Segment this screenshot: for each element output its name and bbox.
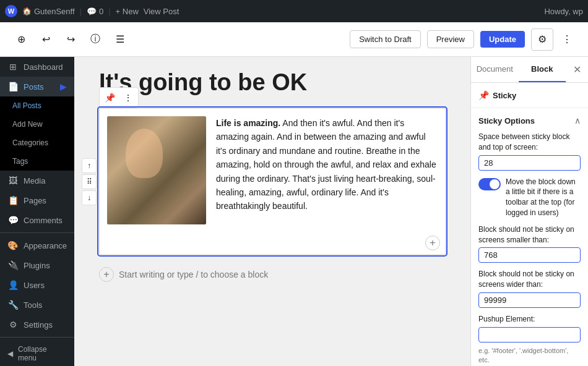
toolbar-toggle[interactable]: [478, 178, 501, 190]
users-icon: 👤: [7, 280, 19, 290]
media-text-block: Life is amazing. And then it's awful. An…: [99, 108, 446, 255]
small-screen-input[interactable]: [478, 247, 581, 263]
large-screen-label: Block should not be sticky on screens wi…: [478, 269, 581, 290]
small-screen-label: Block should not be sticky on screens sm…: [478, 224, 581, 245]
redo-button[interactable]: ↪: [59, 28, 82, 51]
sticky-block-button[interactable]: 📌: [101, 89, 118, 106]
block-move-handles: ↑ ⠿ ↓: [82, 158, 97, 205]
block-toolbar: 📌 ⋮: [99, 87, 139, 108]
info-button[interactable]: ⓘ: [84, 28, 106, 51]
block-more-button[interactable]: ⋮: [119, 89, 137, 106]
list-icon: ☰: [116, 33, 124, 45]
sidebar-item-appearance[interactable]: 🎨 Appearance: [0, 236, 74, 255]
toggle-label-text: Move the block down a little bit if ther…: [506, 177, 581, 218]
move-up-button[interactable]: ↑: [82, 158, 97, 173]
settings-button[interactable]: ⚙: [531, 28, 553, 51]
gear-icon: ⚙: [538, 33, 547, 45]
sidebar-item-posts[interactable]: 📄 Posts ▶: [0, 77, 74, 96]
howdy-text: Howdy, wp: [544, 7, 583, 16]
update-button[interactable]: Update: [480, 31, 525, 48]
pages-icon: 📋: [7, 195, 19, 205]
posts-icon: 📄: [7, 82, 19, 92]
editor-toolbar: ⊕ ↩ ↪ ⓘ ☰ Switch to Draft Preview Update…: [0, 22, 588, 57]
undo-icon: ↩: [42, 33, 50, 45]
dashboard-icon: ⊞: [7, 62, 19, 72]
settings-nav-icon: ⚙: [7, 320, 19, 330]
posts-submenu: All Posts Add New Categories Tags: [0, 96, 74, 171]
more-icon: ⋮: [562, 33, 572, 45]
more-options-button[interactable]: ⋮: [556, 28, 578, 51]
view-post-link[interactable]: View Post: [144, 7, 179, 16]
list-view-button[interactable]: ☰: [109, 28, 131, 51]
block-add-below-button[interactable]: +: [425, 236, 440, 250]
sidebar-item-users[interactable]: 👤 Users: [0, 275, 74, 295]
switch-to-draft-button[interactable]: Switch to Draft: [350, 30, 421, 48]
panel-tabs: Document Block ✕: [471, 57, 588, 83]
tools-icon: 🔧: [7, 300, 19, 310]
move-down-button[interactable]: ↓: [82, 190, 97, 205]
drag-handle[interactable]: ⠿: [82, 174, 97, 189]
sidebar-item-pages[interactable]: 📋 Pages: [0, 190, 74, 210]
comment-icon: 💬: [87, 7, 97, 16]
sidebar-item-categories[interactable]: Categories: [0, 134, 74, 152]
sidebar-item-tools[interactable]: 🔧 Tools: [0, 295, 74, 315]
pushup-label: Pushup Element:: [478, 314, 581, 325]
redo-icon: ↪: [67, 33, 75, 45]
right-panel: Document Block ✕ 📌 Sticky Sticky Options…: [470, 57, 588, 366]
panel-close-button[interactable]: ✕: [566, 59, 588, 81]
sticky-block-icon: 📌: [478, 90, 489, 100]
collapse-menu-button[interactable]: ◀ Collapse menu: [0, 340, 74, 366]
top-bar: W 🏠 GutenSenff | 💬 0 | + New View Post H…: [0, 0, 588, 22]
sidebar-item-media[interactable]: 🖼 Media: [0, 171, 74, 190]
add-block-button[interactable]: ⊕: [10, 28, 32, 51]
info-icon: ⓘ: [90, 33, 100, 46]
pushup-hint: e.g. '#footer', '.widget-bottom', etc.: [478, 346, 581, 365]
block-text-content[interactable]: Life is amazing. And then it's awful. An…: [216, 116, 438, 224]
collapse-icon: ◀: [7, 349, 13, 358]
sticky-options-collapse[interactable]: ∧: [574, 116, 581, 126]
main-layout: ⊞ Dashboard 📄 Posts ▶ All Posts Add New …: [0, 57, 588, 366]
sidebar-item-tags[interactable]: Tags: [0, 152, 74, 171]
tab-document[interactable]: Document: [471, 57, 519, 82]
block-bottom-add: +: [100, 232, 445, 254]
posts-arrow: ▶: [60, 82, 67, 92]
post-title[interactable]: It's going to be OK: [99, 69, 446, 96]
space-label: Space between sticky block and top of sc…: [478, 132, 581, 153]
sidebar-item-add-new[interactable]: Add New: [0, 115, 74, 134]
new-button[interactable]: + New: [116, 7, 139, 16]
sidebar-item-settings[interactable]: ⚙ Settings: [0, 315, 74, 334]
wp-logo: W: [5, 5, 17, 17]
editor-area: It's going to be OK 📌 ⋮ ↑ ⠿ ↓ Life is am…: [74, 57, 470, 366]
sidebar-item-plugins[interactable]: 🔌 Plugins: [0, 255, 74, 275]
space-input[interactable]: [478, 155, 581, 171]
sidebar: ⊞ Dashboard 📄 Posts ▶ All Posts Add New …: [0, 57, 74, 366]
site-name[interactable]: 🏠 GutenSenff: [22, 7, 75, 16]
block-text-bold: Life is amazing.: [216, 118, 280, 128]
home-icon: 🏠: [22, 7, 32, 15]
appearance-icon: 🎨: [7, 240, 19, 250]
sidebar-item-all-posts[interactable]: All Posts: [0, 96, 74, 115]
media-icon: 🖼: [7, 176, 19, 185]
block-image[interactable]: [107, 116, 206, 224]
sticky-options-section: Sticky Options ∧ Space between sticky bl…: [471, 108, 588, 366]
pushup-input[interactable]: [478, 327, 581, 343]
block-type-label: Sticky: [493, 91, 516, 100]
undo-button[interactable]: ↩: [35, 28, 57, 51]
sticky-options-title: Sticky Options: [478, 116, 535, 126]
toolbar-toggle-row: Move the block down a little bit if ther…: [478, 177, 581, 218]
comments-icon: 💬: [7, 215, 19, 225]
plugins-icon: 🔌: [7, 260, 19, 270]
large-screen-input[interactable]: [478, 292, 581, 308]
comment-count[interactable]: 💬 0: [87, 7, 103, 16]
tab-block[interactable]: Block: [519, 57, 566, 82]
sidebar-item-dashboard[interactable]: ⊞ Dashboard: [0, 57, 74, 77]
block-text-rest: And then it's awful. And then it's amazi…: [216, 118, 436, 211]
sidebar-item-comments[interactable]: 💬 Comments: [0, 210, 74, 230]
preview-button[interactable]: Preview: [427, 30, 474, 48]
add-icon: ⊕: [17, 33, 25, 45]
add-block-circle-button[interactable]: +: [99, 267, 114, 282]
add-block-hint: + Start writing or type / to choose a bl…: [99, 262, 446, 287]
add-block-placeholder: Start writing or type / to choose a bloc…: [119, 270, 268, 279]
block-type-section: 📌 Sticky: [471, 83, 588, 108]
